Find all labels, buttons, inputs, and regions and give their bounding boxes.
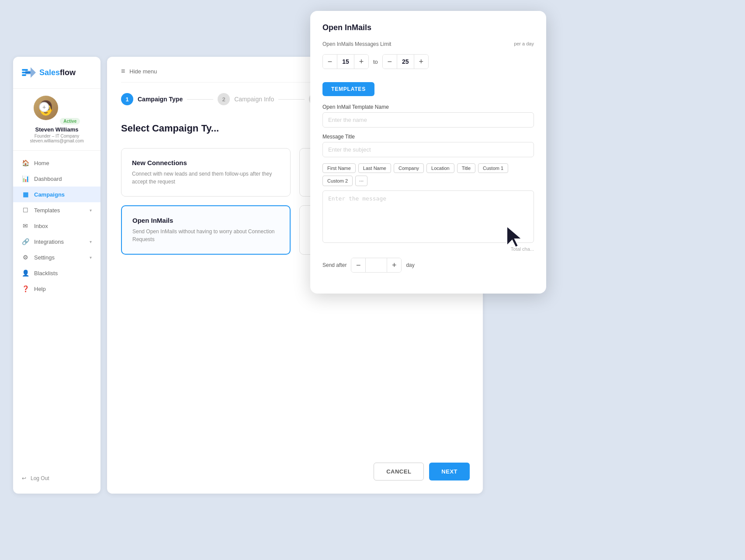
step-1-label: Campaign Type (138, 96, 183, 103)
sidebar-item-dashboard-label: Dashboard (34, 176, 92, 182)
logout-label: Log Out (31, 475, 49, 481)
step-1: 1 Campaign Type (121, 93, 183, 105)
user-email: steven.williams@gmail.com (22, 138, 92, 143)
send-after-value (365, 258, 387, 272)
sidebar-item-blacklists-label: Blacklists (34, 270, 92, 277)
sidebar-item-integrations-label: Integrations (34, 239, 84, 245)
integrations-icon: 🔗 (22, 238, 29, 245)
step-connector-2 (278, 99, 305, 100)
tag-first-name[interactable]: First Name (322, 163, 356, 173)
step-1-circle: 1 (121, 93, 133, 105)
logout-button[interactable]: ↩ Log Out (22, 472, 92, 485)
template-name-input[interactable] (322, 112, 534, 128)
salesflow-logo-icon (22, 66, 36, 80)
total-chars-label: Total cha... (322, 246, 534, 252)
sidebar-item-templates-label: Templates (34, 207, 84, 214)
sidebar-item-help-label: Help (34, 286, 92, 292)
chevron-down-icon: ▾ (90, 208, 92, 213)
nav-section: 🏠 Home 📊 Dashboard ▦ Campaigns ☐ Templat… (13, 151, 100, 301)
templates-button[interactable]: TEMPLATES (322, 82, 374, 96)
tag-title[interactable]: Title (457, 163, 475, 173)
sidebar-item-campaigns[interactable]: ▦ Campaigns (13, 187, 100, 202)
sidebar-item-home[interactable]: 🏠 Home (13, 155, 100, 171)
sidebar-item-help[interactable]: ❓ Help (13, 281, 100, 297)
step-connector-1 (187, 99, 213, 100)
limit-to-decrease-button[interactable]: − (383, 55, 397, 69)
card-desc-new-connections: Connect with new leads and send them fol… (132, 170, 280, 186)
template-name-label: Open InMail Template Name (322, 104, 534, 110)
card-title-open-inmails: Open InMails (132, 217, 279, 224)
status-badge: Active (60, 118, 80, 124)
sidebar-item-templates[interactable]: ☐ Templates ▾ (13, 202, 100, 218)
blacklists-icon: 👤 (22, 270, 29, 277)
campaign-card-new-connections[interactable]: New Connections Connect with new leads a… (121, 148, 291, 197)
user-name: Steven Williams (22, 126, 92, 133)
hamburger-icon[interactable]: ≡ (121, 67, 125, 75)
cancel-button[interactable]: CANCEL (374, 463, 424, 480)
message-title-label: Message Title (322, 134, 534, 140)
sidebar-logo: Salesflow (13, 66, 100, 89)
svg-rect-0 (22, 69, 28, 71)
templates-icon: ☐ (22, 207, 29, 214)
sidebar-item-dashboard[interactable]: 📊 Dashboard (13, 171, 100, 187)
logo-text: Salesflow (39, 68, 76, 77)
sidebar-item-home-label: Home (34, 160, 92, 166)
step-2-label: Campaign Info (234, 96, 274, 103)
day-label: day (406, 262, 414, 268)
dashboard-icon: 📊 (22, 175, 29, 182)
campaign-card-open-inmails[interactable]: Open InMails Send Open InMails without h… (121, 205, 291, 255)
card-title-new-connections: New Connections (132, 159, 280, 166)
campaigns-icon: ▦ (22, 191, 29, 198)
sidebar-item-settings[interactable]: ⚙ Settings ▾ (13, 249, 100, 265)
limit-to-value: 25 (397, 55, 414, 69)
sidebar-item-campaigns-label: Campaigns (34, 191, 92, 198)
sidebar-item-blacklists[interactable]: 👤 Blacklists (13, 265, 100, 281)
limit-from-decrease-button[interactable]: − (323, 55, 337, 69)
inbox-icon: ✉ (22, 222, 29, 229)
tag-custom2[interactable]: Custom 2 (322, 176, 353, 186)
chevron-down-icon: ▾ (90, 255, 92, 260)
open-inmails-modal: Open InMails Open InMails Messages Limit… (310, 11, 546, 294)
sidebar-bottom: ↩ Log Out (13, 472, 100, 485)
tag-more-button[interactable]: ··· (355, 176, 367, 186)
send-after-label: Send after (322, 262, 347, 268)
card-desc-open-inmails: Send Open InMails without having to worr… (132, 228, 279, 243)
message-textarea[interactable] (322, 190, 534, 243)
per-day-label: per a day (514, 41, 534, 46)
message-title-input[interactable] (322, 142, 534, 157)
hide-menu-label: Hide menu (129, 68, 157, 75)
home-icon: 🏠 (22, 159, 29, 166)
limit-from-increase-button[interactable]: + (354, 55, 368, 69)
user-role: Founder – IT Company (22, 134, 92, 138)
limit-from-counter: − 15 + (322, 54, 369, 69)
bottom-actions: CANCEL NEXT (374, 463, 470, 480)
svg-text:+: + (42, 104, 46, 111)
send-after-decrease-button[interactable]: − (351, 258, 365, 272)
limit-to-increase-button[interactable]: + (414, 55, 428, 69)
step-2-circle: 2 (218, 93, 230, 105)
limit-label: Open InMails Messages Limit (322, 41, 391, 47)
svg-rect-2 (22, 74, 26, 76)
send-after-increase-button[interactable]: + (387, 258, 401, 272)
chevron-down-icon: ▾ (90, 239, 92, 244)
limit-to-counter: − 25 + (382, 54, 429, 69)
tag-location[interactable]: Location (426, 163, 454, 173)
tag-last-name[interactable]: Last Name (358, 163, 391, 173)
next-button[interactable]: NEXT (429, 463, 470, 480)
limit-from-value: 15 (337, 55, 354, 69)
send-after-counter: − + (351, 258, 402, 273)
tag-company[interactable]: Company (394, 163, 424, 173)
sidebar-item-inbox[interactable]: ✉ Inbox (13, 218, 100, 234)
step-2: 2 Campaign Info (218, 93, 274, 105)
tag-custom1[interactable]: Custom 1 (478, 163, 508, 173)
sidebar-item-integrations[interactable]: 🔗 Integrations ▾ (13, 234, 100, 249)
tag-row: First Name Last Name Company Location Ti… (322, 163, 534, 186)
help-icon: ❓ (22, 285, 29, 292)
sidebar-item-inbox-label: Inbox (34, 223, 92, 229)
sidebar: Salesflow 👨 + Active Steven Williams Fou… (13, 57, 100, 494)
to-separator: to (373, 59, 378, 65)
add-user-button[interactable]: + (39, 102, 49, 112)
modal-title: Open InMails (322, 23, 534, 32)
sidebar-item-settings-label: Settings (34, 254, 84, 261)
logout-icon: ↩ (22, 475, 26, 481)
